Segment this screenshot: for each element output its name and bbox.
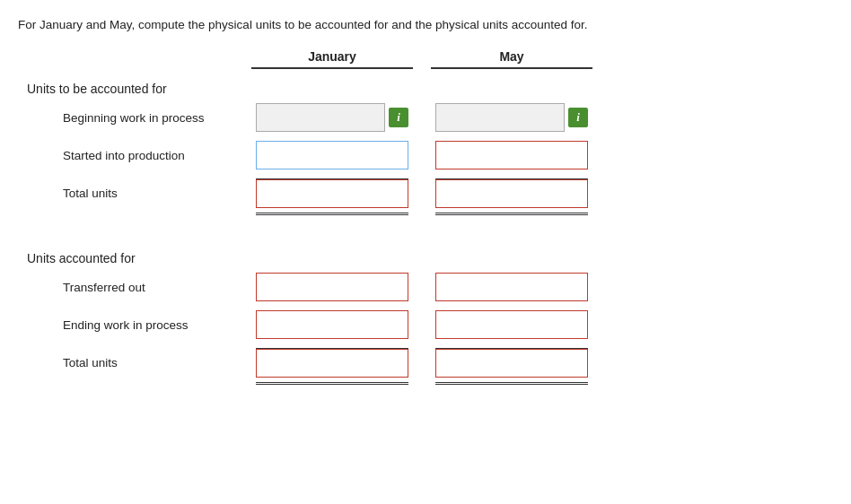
jan-beginning-wip-cell: i [242,103,422,132]
may-started-input[interactable] [435,141,588,169]
jan-section2-total-input[interactable] [256,349,408,378]
jan-started-cell [242,141,422,169]
section-divider [27,224,664,239]
intro-text: For January and May, compute the physica… [18,18,833,31]
may-beginning-wip-cell: i [422,103,601,132]
may-ending-wip-input[interactable] [435,310,588,339]
section1-title: Units to be accounted for [27,82,664,96]
may-started-wrapper [435,141,588,169]
january-header: January [251,49,413,69]
jan-beginning-wip-input[interactable] [256,103,385,132]
jan-transferred-input[interactable] [256,273,408,301]
may-ending-wip-wrapper [435,310,588,339]
jan-section1-total-wrapper [256,178,408,208]
section2-title: Units accounted for [27,251,664,265]
header-row: January May [27,49,664,69]
may-transferred-wrapper [435,273,588,301]
transferred-out-label: Transferred out [27,281,242,294]
started-production-label: Started into production [27,149,242,162]
section1-total-label: Total units [27,187,242,200]
jan-section1-total-cell [242,178,422,208]
beginning-wip-row: Beginning work in process i i [27,103,664,132]
jan-transferred-wrapper [256,273,408,301]
may-section2-double-line [435,379,588,385]
may-started-cell [422,141,601,169]
may-section2-total-cell [422,348,601,378]
ending-wip-label: Ending work in process [27,318,242,332]
ending-wip-row: Ending work in process [27,310,664,339]
jan-section1-total-input[interactable] [256,179,408,208]
may-header: May [431,49,592,69]
may-section1-total-wrapper [435,178,588,208]
jan-section2-double-line [256,379,408,385]
section2-double-underline [27,379,664,385]
may-beginning-wip-info-btn[interactable]: i [568,108,588,127]
section2-total-row: Total units [27,348,664,378]
may-section2-total-wrapper [435,348,588,378]
transferred-out-row: Transferred out [27,273,664,301]
main-table: January May Units to be accounted for Be… [27,49,664,385]
may-header-col: May [422,49,601,69]
jan-started-input[interactable] [256,141,408,169]
started-production-row: Started into production [27,141,664,169]
jan-section2-total-wrapper [256,348,408,378]
may-section1-total-cell [422,178,601,208]
may-section2-total-input[interactable] [435,349,588,378]
may-beginning-wip-wrapper: i [435,103,588,132]
section2-total-label: Total units [27,356,242,369]
section1-total-row: Total units [27,178,664,208]
label-col-header [27,49,242,69]
may-beginning-wip-input[interactable] [435,103,565,132]
may-transferred-input[interactable] [435,273,588,301]
jan-beginning-wip-wrapper: i [256,103,408,132]
jan-transferred-cell [242,273,422,301]
jan-beginning-wip-info-btn[interactable]: i [389,108,408,127]
section1-double-underline [27,210,664,215]
jan-started-wrapper [256,141,408,169]
jan-section1-double-line [256,210,408,215]
jan-ending-wip-cell [242,310,422,339]
may-section1-double-line [435,210,588,215]
january-header-col: January [242,49,422,69]
jan-ending-wip-input[interactable] [256,310,408,339]
beginning-wip-label: Beginning work in process [27,111,242,125]
may-transferred-cell [422,273,601,301]
may-ending-wip-cell [422,310,601,339]
may-section1-total-input[interactable] [435,179,588,208]
jan-ending-wip-wrapper [256,310,408,339]
jan-section2-total-cell [242,348,422,378]
